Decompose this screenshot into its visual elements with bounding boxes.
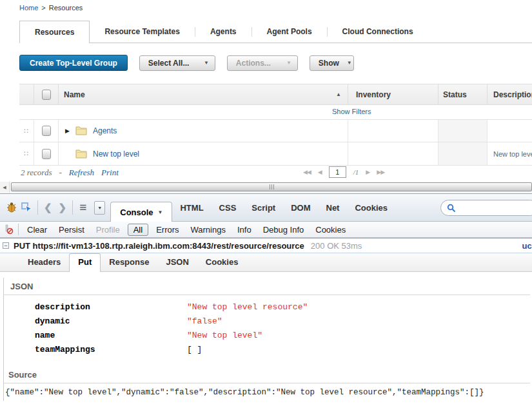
json-entry: dynamic "false"	[4, 314, 532, 328]
filter-errors-button[interactable]: Errors	[150, 224, 184, 236]
firebug-bug-icon[interactable]	[4, 200, 19, 215]
chevron-down-icon: ▼	[286, 60, 291, 66]
last-page-icon[interactable]: ▶▶	[377, 169, 384, 175]
json-key: teamMappings	[35, 345, 187, 354]
expand-arrow-icon[interactable]: ▶	[65, 128, 75, 134]
filter-debug-info-button[interactable]: Debug Info	[257, 224, 310, 236]
actions-label: Actions...	[236, 59, 271, 68]
json-value: "New top level resource"	[187, 302, 308, 312]
tab-agent-pools[interactable]: Agent Pools	[252, 21, 327, 43]
actions-dropdown: Actions... ▼	[227, 55, 298, 71]
create-top-level-group-button[interactable]: Create Top-Level Group	[19, 55, 128, 71]
tab-cloud-connections[interactable]: Cloud Connections	[328, 21, 428, 43]
column-header-name[interactable]: Name ▲	[59, 84, 348, 104]
table-row-agents: ∷ ▶ Agents	[19, 119, 532, 142]
tab-resources[interactable]: Resources	[19, 21, 90, 43]
resource-link-agents[interactable]: Agents	[93, 126, 117, 135]
search-input[interactable]	[456, 204, 520, 213]
screen: Home>Resources Resources Resource Templa…	[0, 0, 532, 406]
subtab-json[interactable]: JSON	[157, 254, 197, 271]
scroll-left-button[interactable]: ◀	[0, 182, 10, 193]
select-all-dropdown[interactable]: Select All... ▼	[139, 55, 215, 71]
folder-icon	[75, 126, 87, 135]
previous-page-icon[interactable]: ◀	[318, 169, 322, 175]
filter-cookies-button[interactable]: Cookies	[310, 224, 351, 236]
first-page-icon[interactable]: ◀◀	[303, 169, 311, 175]
filter-row: Show Filters	[19, 105, 532, 119]
next-page-icon[interactable]: ▶	[366, 169, 369, 175]
tab-resource-templates[interactable]: Resource Templates	[90, 21, 195, 43]
scrollbar-thumb[interactable]	[11, 182, 532, 191]
panel-tab-net[interactable]: Net	[319, 203, 348, 213]
panel-tab-script[interactable]: Script	[244, 203, 283, 213]
tab-agents[interactable]: Agents	[195, 21, 251, 43]
table-row-new-top-level: ∷ New top level New top level resource	[19, 142, 532, 166]
filter-all-button[interactable]: All	[128, 224, 148, 236]
subtab-cookies[interactable]: Cookies	[197, 254, 247, 271]
inventory-header-label: Inventory	[356, 90, 391, 99]
panel-tab-cookies[interactable]: Cookies	[347, 203, 395, 213]
subtab-response[interactable]: Response	[101, 254, 157, 271]
column-header-status[interactable]: Status	[438, 84, 488, 104]
row-checkbox[interactable]	[42, 126, 51, 136]
show-dropdown[interactable]: Show ▼	[310, 55, 354, 71]
toolbar-divider	[18, 224, 19, 235]
tab-agent-pools-label: Agent Pools	[267, 27, 312, 36]
forward-icon[interactable]: ❯	[55, 202, 70, 213]
json-entry: teamMappings [ ]	[4, 342, 532, 356]
panel-tab-html[interactable]: HTML	[172, 203, 211, 213]
description-header-label: Description	[493, 90, 532, 99]
handle-column-header	[19, 84, 34, 104]
select-all-checkbox[interactable]	[42, 90, 51, 100]
request-source-link[interactable]: ucc	[522, 241, 532, 251]
clear-button[interactable]: Clear	[21, 224, 53, 236]
inventory-cell	[348, 142, 438, 165]
refresh-link[interactable]: Refresh	[69, 168, 94, 178]
collapse-icon[interactable]: −	[3, 242, 9, 249]
main-tabstrip: Resources Resource Templates Agents Agen…	[19, 21, 532, 43]
show-filters-link[interactable]: Show Filters	[332, 108, 371, 115]
firebug-search-box[interactable]	[440, 200, 532, 216]
description-cell: New top level resource	[488, 142, 532, 165]
console-filter-bar: Clear Persist Profile All Errors Warning…	[0, 222, 532, 238]
chevron-down-icon: ▼	[158, 209, 163, 215]
row-checkbox[interactable]	[42, 149, 51, 159]
panel-tab-dom[interactable]: DOM	[283, 203, 318, 213]
breadcrumb-separator: >	[41, 4, 45, 12]
panel-tab-css[interactable]: CSS	[212, 203, 244, 213]
breadcrumb-current: Resources	[49, 4, 83, 12]
subtab-put[interactable]: Put	[69, 253, 101, 272]
drag-handle-icon[interactable]: ∷	[24, 150, 29, 158]
break-on-errors-icon[interactable]	[3, 222, 15, 237]
status-cell	[438, 120, 488, 142]
resource-link-new-top-level[interactable]: New top level	[93, 150, 139, 159]
request-method-url: PUT https://fit-vm13-108.rtp.raleigh.ibm…	[14, 241, 304, 251]
persist-button[interactable]: Persist	[53, 224, 90, 236]
show-label: Show	[319, 59, 339, 68]
back-icon[interactable]: ❮	[41, 202, 55, 213]
inventory-cell	[348, 120, 438, 142]
json-value: [ ]	[187, 345, 202, 354]
print-link[interactable]: Print	[101, 168, 119, 178]
current-page-input[interactable]: 1	[329, 166, 346, 178]
folder-icon	[75, 150, 87, 159]
request-body-panel: JSON description "New top level resource…	[3, 278, 532, 401]
json-entry: description "New top level resource"	[4, 300, 532, 314]
status-cell	[438, 142, 488, 165]
filter-info-button[interactable]: Info	[232, 224, 257, 236]
tab-agents-label: Agents	[210, 27, 237, 36]
firebug-toolbar: ❮ ❯ ≡ ▼ Console ▼ HTML CSS Script DOM Ne…	[0, 193, 532, 222]
name-header-label: Name	[64, 90, 85, 99]
options-dropdown-icon[interactable]: ▼	[94, 201, 105, 215]
column-header-description[interactable]: Description	[488, 84, 532, 104]
filter-warnings-button[interactable]: Warnings	[185, 224, 232, 236]
inspect-element-icon[interactable]	[19, 200, 35, 215]
firebug-menu-icon[interactable]: ≡	[75, 200, 90, 215]
horizontal-scrollbar: ◀	[0, 182, 532, 193]
tab-resources-label: Resources	[35, 28, 74, 37]
subtab-headers[interactable]: Headers	[19, 254, 69, 271]
panel-tab-console[interactable]: Console ▼	[110, 202, 172, 222]
column-header-inventory[interactable]: Inventory	[348, 84, 438, 104]
drag-handle-icon[interactable]: ∷	[24, 127, 29, 135]
breadcrumb-home-link[interactable]: Home	[19, 4, 38, 12]
